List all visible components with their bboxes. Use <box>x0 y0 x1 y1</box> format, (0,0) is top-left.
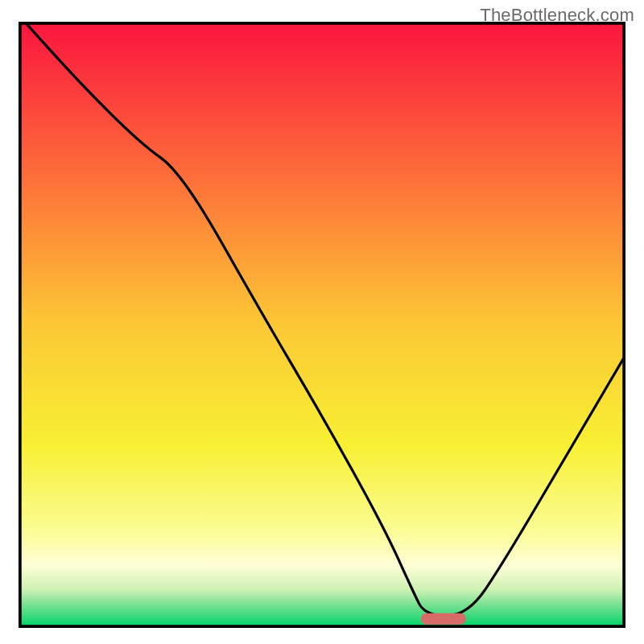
watermark-text: TheBottleneck.com <box>480 5 634 26</box>
plot-svg <box>19 22 625 628</box>
chart-container: TheBottleneck.com <box>0 0 644 644</box>
valley-marker <box>421 613 466 625</box>
plot-frame <box>19 22 625 628</box>
